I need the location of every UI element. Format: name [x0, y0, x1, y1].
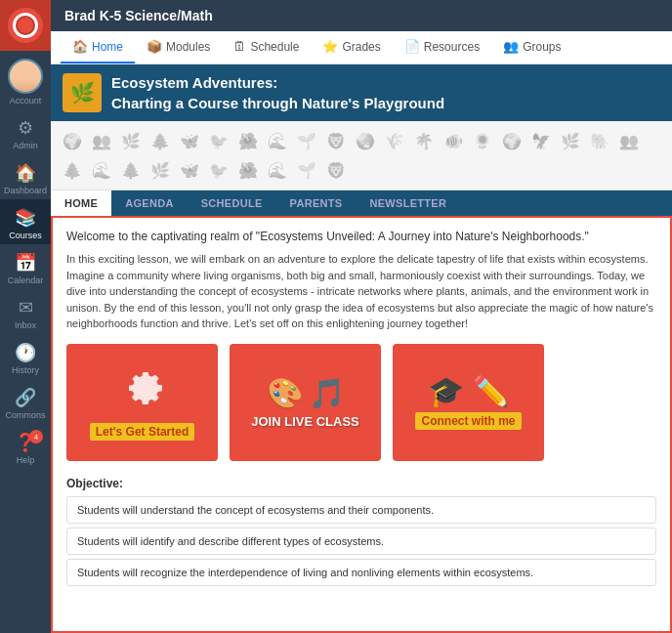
- deco-icon-14: 🌻: [469, 127, 496, 154]
- sub-tab-newsletter-label: NEWSLETTER: [369, 197, 446, 209]
- sub-nav: HOME AGENDA SCHEDULE PARENTS NEWSLETTER: [51, 190, 672, 216]
- deco-icon-26: 🌺: [234, 156, 262, 184]
- history-icon: 🕐: [15, 342, 36, 363]
- main-content: Brad K-5 Science/Math 🏠 Home 📦 Modules 🗓…: [51, 0, 672, 633]
- commons-icon: 🔗: [15, 387, 36, 408]
- tab-home[interactable]: 🏠 Home: [61, 31, 135, 63]
- nav-tabs: 🏠 Home 📦 Modules 🗓 Schedule ⭐ Grades 📄 R…: [51, 31, 672, 64]
- sidebar-item-help[interactable]: 4 ❓ Help: [0, 424, 51, 469]
- deco-icon-0: 🌍: [59, 127, 86, 154]
- sidebar-dashboard-label: Dashboard: [4, 186, 47, 195]
- logo-circle: [8, 8, 43, 43]
- courses-icon: 📚: [15, 207, 36, 229]
- deco-icon-25: 🐦: [205, 156, 232, 184]
- groups-tab-icon: 👥: [503, 39, 519, 54]
- sub-tab-schedule-label: SCHEDULE: [201, 197, 263, 209]
- sidebar-item-inbox[interactable]: ✉ Inbox: [0, 289, 51, 334]
- groups-tab-label: Groups: [523, 40, 561, 54]
- deco-icon-15: 🌍: [498, 127, 525, 154]
- sidebar-logo[interactable]: [0, 0, 51, 51]
- deco-icon-4: 🦋: [176, 127, 203, 154]
- card-live-class[interactable]: 🎨 🎵 JOIN LIVE CLASS: [230, 344, 381, 461]
- calendar-icon: 📅: [15, 252, 36, 274]
- tab-groups[interactable]: 👥 Groups: [491, 31, 572, 63]
- card-connect-label: Connect with me: [415, 412, 521, 430]
- card-live-icons: 🎨 🎵: [267, 376, 345, 410]
- pencil-icon: ✏️: [473, 375, 509, 407]
- deco-icon-1: 👥: [88, 127, 115, 154]
- sidebar-item-courses[interactable]: 📚 Courses: [0, 199, 51, 244]
- music-icon: 🎵: [309, 376, 345, 410]
- welcome-quote: Welcome to the captivating realm of "Eco…: [66, 230, 589, 243]
- objective-label: Objective:: [66, 477, 656, 490]
- sub-tab-home[interactable]: HOME: [51, 190, 111, 216]
- deco-icon-17: 🌿: [557, 127, 584, 154]
- paint-icon: 🎨: [267, 376, 303, 410]
- deco-icon-7: 🌊: [264, 127, 291, 154]
- deco-icon-5: 🐦: [205, 127, 232, 154]
- sidebar-item-history[interactable]: 🕐 History: [0, 334, 51, 379]
- card-connect[interactable]: 🎓 ✏️ Connect with me: [393, 344, 544, 461]
- admin-icon: ⚙: [18, 117, 33, 139]
- deco-icon-16: 🦅: [527, 127, 555, 154]
- objective-item-2: Students will identify and describe diff…: [66, 528, 656, 555]
- card-get-started-label: Let's Get Started: [90, 423, 195, 441]
- sidebar-item-commons[interactable]: 🔗 Commons: [0, 379, 51, 424]
- tab-resources[interactable]: 📄 Resources: [393, 31, 491, 63]
- deco-icon-23: 🌿: [147, 156, 174, 184]
- deco-icon-24: 🦋: [176, 156, 203, 184]
- dashboard-icon: 🏠: [15, 162, 36, 184]
- objective-section: Objective: Students will understand the …: [66, 477, 656, 586]
- objective-item-1: Students will understand the concept of …: [66, 496, 656, 524]
- tab-schedule[interactable]: 🗓 Schedule: [222, 31, 311, 63]
- content-area: Welcome to the captivating realm of "Eco…: [51, 216, 672, 633]
- body-text: In this exciting lesson, we will embark …: [66, 251, 656, 332]
- sidebar-item-dashboard[interactable]: 🏠 Dashboard: [0, 154, 51, 199]
- deco-icon-22: 🌲: [117, 156, 145, 184]
- sidebar-item-account[interactable]: Account: [0, 51, 51, 109]
- deco-icon-28: 🌱: [293, 156, 320, 184]
- sidebar-account-label: Account: [10, 96, 42, 106]
- card-get-started[interactable]: Let's Get Started: [66, 344, 218, 461]
- sidebar-admin-label: Admin: [13, 141, 38, 150]
- banner-line1: Ecosystem Adventures:: [111, 72, 444, 93]
- deco-icon-3: 🌲: [147, 127, 174, 154]
- sidebar-calendar-label: Calendar: [8, 275, 44, 285]
- deco-icon-9: 🦁: [322, 127, 350, 154]
- help-badge: 4: [29, 430, 43, 443]
- banner-text: Ecosystem Adventures: Charting a Course …: [111, 72, 444, 113]
- sub-tab-newsletter[interactable]: NEWSLETTER: [356, 190, 460, 216]
- grades-tab-label: Grades: [342, 40, 380, 54]
- sidebar-item-calendar[interactable]: 📅 Calendar: [0, 244, 51, 289]
- graduation-icon: 🎓: [428, 375, 464, 407]
- avatar: [8, 59, 43, 94]
- sub-tab-agenda[interactable]: AGENDA: [111, 190, 187, 216]
- tab-modules[interactable]: 📦 Modules: [135, 31, 222, 63]
- sub-tab-parents[interactable]: PARENTS: [276, 190, 357, 216]
- sidebar-inbox-label: Inbox: [15, 320, 36, 330]
- sidebar-history-label: History: [12, 365, 39, 375]
- schedule-tab-icon: 🗓: [233, 39, 246, 54]
- course-banner: 🌿 Ecosystem Adventures: Charting a Cours…: [51, 64, 672, 121]
- tab-grades[interactable]: ⭐ Grades: [311, 31, 392, 63]
- sub-tab-home-label: HOME: [64, 197, 98, 209]
- deco-icon-2: 🌿: [117, 127, 145, 154]
- schedule-tab-label: Schedule: [250, 40, 299, 54]
- deco-icon-13: 🐠: [440, 127, 467, 154]
- sidebar-commons-label: Commons: [5, 410, 45, 420]
- home-tab-label: Home: [92, 40, 123, 54]
- deco-icon-29: 🦁: [322, 156, 350, 184]
- sub-tab-schedule[interactable]: SCHEDULE: [188, 190, 276, 216]
- resources-tab-icon: 📄: [404, 39, 420, 54]
- sidebar-item-admin[interactable]: ⚙ Admin: [0, 109, 51, 154]
- sub-tab-agenda-label: AGENDA: [125, 197, 173, 209]
- objective-item-3: Students will recognize the interdepende…: [66, 559, 656, 586]
- modules-tab-label: Modules: [166, 40, 210, 54]
- sidebar-help-label: Help: [17, 455, 35, 465]
- page-title: Brad K-5 Science/Math: [64, 8, 213, 23]
- page-header: Brad K-5 Science/Math: [51, 0, 672, 31]
- home-tab-icon: 🏠: [72, 39, 88, 54]
- deco-icon-8: 🌱: [293, 127, 320, 154]
- decoration-row: 🌍👥🌿🌲🦋🐦🌺🌊🌱🦁🌏🌾🌴🐠🌻🌍🦅🌿🐘👥🌲🌊🌲🌿🦋🐦🌺🌊🌱🦁: [51, 121, 672, 190]
- card-gear-icon: [119, 363, 166, 419]
